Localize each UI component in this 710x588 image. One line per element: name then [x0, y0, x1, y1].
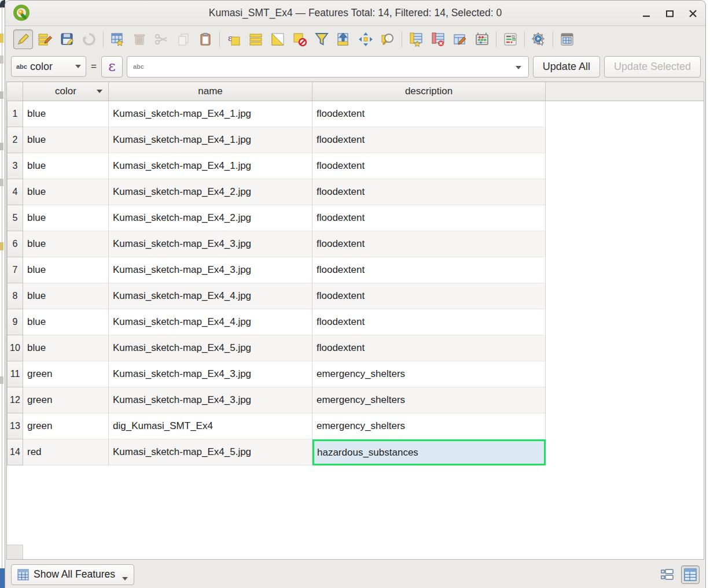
row-number[interactable]: 3 [7, 153, 23, 179]
cell-description[interactable]: floodextent [312, 153, 546, 179]
cell-name[interactable]: Kumasi_sketch-map_Ex4_3.jpg [109, 257, 312, 283]
row-number[interactable]: 2 [7, 127, 23, 153]
cell-color[interactable]: blue [23, 205, 109, 231]
column-header-name[interactable]: name [109, 82, 312, 101]
row-number[interactable]: 4 [7, 179, 23, 205]
deselect-all-button[interactable] [290, 29, 310, 49]
cell-description[interactable]: emergency_shelters [312, 361, 546, 387]
cell-color[interactable]: blue [23, 283, 109, 309]
cell-name[interactable]: Kumasi_sketch-map_Ex4_1.jpg [109, 127, 312, 153]
select-all-button[interactable] [246, 29, 266, 49]
cell-description[interactable]: hazardous_substances [312, 439, 546, 465]
cell-description[interactable]: floodextent [312, 309, 546, 335]
cell-color[interactable]: blue [23, 127, 109, 153]
cell-name[interactable]: Kumasi_sketch-map_Ex4_3.jpg [109, 231, 312, 257]
cell-name[interactable]: Kumasi_sketch-map_Ex4_4.jpg [109, 283, 312, 309]
field-selector[interactable]: abc color [11, 56, 86, 77]
cell-name[interactable]: Kumasi_sketch-map_Ex4_3.jpg [109, 387, 312, 413]
cell-description[interactable]: floodextent [312, 127, 546, 153]
cell-color[interactable]: green [23, 387, 109, 413]
cell-color[interactable]: blue [23, 257, 109, 283]
sort-indicator-icon [97, 90, 102, 93]
row-number[interactable]: 12 [7, 387, 23, 413]
cell-description[interactable]: floodextent [312, 335, 546, 361]
chevron-down-icon[interactable] [516, 66, 521, 69]
cell-description[interactable]: emergency_shelters [312, 413, 546, 439]
row-number[interactable]: 11 [7, 361, 23, 387]
new-field-button[interactable] [406, 29, 426, 49]
row-number[interactable]: 9 [7, 309, 23, 335]
edit-field-button[interactable] [450, 29, 470, 49]
new-field-icon [409, 32, 424, 47]
cell-description[interactable]: floodextent [312, 257, 546, 283]
maximize-button[interactable] [665, 9, 674, 18]
table-row: 12greenKumasi_sketch-map_Ex4_3.jpgemerge… [7, 387, 704, 413]
paste-button[interactable] [196, 29, 215, 49]
cell-description[interactable]: emergency_shelters [312, 387, 546, 413]
titlebar[interactable]: Kumasi_SMT_Ex4 — Features Total: 14, Fil… [5, 1, 705, 26]
cell-name[interactable]: Kumasi_sketch-map_Ex4_1.jpg [109, 153, 312, 179]
cell-description[interactable]: floodextent [312, 205, 546, 231]
column-header-description[interactable]: description [312, 82, 546, 101]
minimize-button[interactable] [642, 9, 651, 18]
cell-name[interactable]: Kumasi_sketch-map_Ex4_1.jpg [109, 101, 312, 127]
invert-selection-button[interactable] [268, 29, 288, 49]
cell-color[interactable]: blue [23, 335, 109, 361]
cell-name[interactable]: Kumasi_sketch-map_Ex4_5.jpg [109, 439, 312, 465]
actions-button[interactable] [529, 29, 549, 49]
toolbar-separator [553, 31, 553, 47]
header-corner[interactable] [7, 82, 23, 101]
cell-description[interactable]: floodextent [312, 283, 546, 309]
add-feature-button[interactable] [108, 29, 127, 49]
cell-color[interactable]: green [23, 413, 109, 439]
row-number[interactable]: 13 [7, 413, 23, 439]
cell-description[interactable]: floodextent [312, 179, 546, 205]
cell-color[interactable]: blue [23, 309, 109, 335]
cell-color[interactable]: blue [23, 153, 109, 179]
row-number[interactable]: 10 [7, 335, 23, 361]
cell-name[interactable]: Kumasi_sketch-map_Ex4_4.jpg [109, 309, 312, 335]
field-calculator-button[interactable] [472, 29, 492, 49]
cell-name[interactable]: Kumasi_sketch-map_Ex4_2.jpg [109, 205, 312, 231]
update-all-button[interactable]: Update All [533, 56, 600, 77]
row-number[interactable]: 7 [7, 257, 23, 283]
zoom-to-selection-button[interactable] [378, 29, 398, 49]
dock-table-button[interactable] [557, 29, 577, 49]
row-number[interactable]: 5 [7, 205, 23, 231]
row-number[interactable]: 8 [7, 283, 23, 309]
toggle-editing-button[interactable] [13, 29, 33, 49]
cell-color[interactable]: green [23, 361, 109, 387]
cell-name[interactable]: Kumasi_sketch-map_Ex4_2.jpg [109, 179, 312, 205]
cell-color[interactable]: blue [23, 231, 109, 257]
table-row: 11greenKumasi_sketch-map_Ex4_3.jpgemerge… [7, 361, 704, 387]
close-button[interactable] [688, 9, 697, 18]
column-header-color[interactable]: color [23, 82, 109, 101]
table-view-button[interactable] [681, 565, 700, 584]
cell-description[interactable]: floodextent [312, 101, 546, 127]
table-row: 6blueKumasi_sketch-map_Ex4_3.jpgfloodext… [7, 231, 704, 257]
row-number[interactable]: 6 [7, 231, 23, 257]
toolbar-separator [524, 31, 525, 47]
cell-name[interactable]: Kumasi_sketch-map_Ex4_3.jpg [109, 361, 312, 387]
row-number[interactable]: 14 [7, 439, 23, 465]
cell-name[interactable]: dig_Kumasi_SMT_Ex4 [109, 413, 312, 439]
conditional-formatting-button[interactable] [501, 29, 520, 49]
field-value-input[interactable]: abc [127, 56, 529, 77]
cell-color[interactable]: red [23, 439, 109, 465]
show-all-features-button[interactable]: Show All Features [11, 564, 134, 585]
delete-field-button[interactable] [428, 29, 448, 49]
save-edits-button[interactable] [57, 29, 77, 49]
form-view-button[interactable] [658, 565, 676, 584]
row-number[interactable]: 1 [7, 101, 23, 127]
pan-to-selection-button[interactable] [356, 29, 376, 49]
multiedit-button[interactable] [35, 29, 55, 49]
toggle-editing-icon [16, 32, 31, 47]
filter-form-button[interactable] [312, 29, 332, 49]
select-by-expression-button[interactable]: ε [224, 29, 244, 49]
cell-color[interactable]: blue [23, 101, 109, 127]
cell-name[interactable]: Kumasi_sketch-map_Ex4_5.jpg [109, 335, 312, 361]
expression-builder-button[interactable]: ε [101, 56, 123, 77]
move-selection-top-button[interactable] [334, 29, 354, 49]
cell-color[interactable]: blue [23, 179, 109, 205]
cell-description[interactable]: floodextent [312, 231, 546, 257]
